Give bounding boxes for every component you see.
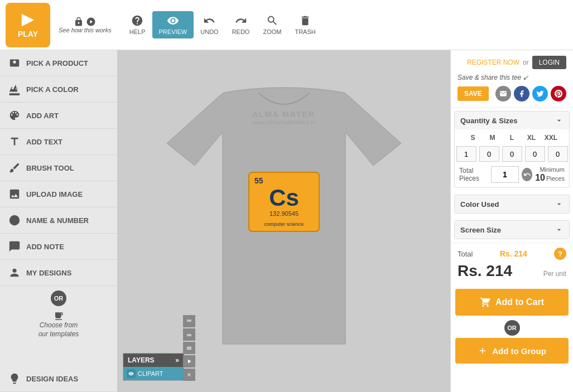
zoom-button[interactable]: ZOOM	[256, 11, 288, 38]
design-ideas-label: DESIGN IDEAS	[26, 375, 78, 383]
sidebar-my-designs-label: MY DESIGNS	[26, 269, 71, 277]
size-xxl-input[interactable]	[548, 146, 568, 162]
pieces-label: Pieces	[546, 175, 565, 182]
svg-text:Cs: Cs	[269, 185, 299, 211]
pinterest-share-button[interactable]	[551, 86, 566, 101]
choose-templates-label: Choose from our templates	[38, 321, 79, 338]
sidebar-item-my-designs[interactable]: MY DESIGNS	[0, 260, 117, 286]
trash-label: TRASH	[295, 28, 315, 35]
size-l-input[interactable]	[502, 146, 522, 162]
or-badge-2: OR	[504, 320, 520, 336]
help-label: HELP	[129, 28, 146, 35]
twitter-share-button[interactable]	[532, 86, 548, 101]
register-now-button[interactable]: REGISTER NOW	[467, 59, 519, 66]
svg-rect-13	[187, 348, 191, 349]
right-panel: REGISTER NOW or LOGIN Save & share this …	[450, 50, 573, 392]
facebook-share-button[interactable]	[514, 86, 529, 101]
minimum-label: Minimum	[535, 166, 565, 173]
svg-rect-12	[187, 347, 191, 347]
add-to-cart-button[interactable]: Add to Cart	[455, 289, 569, 316]
layers-panel: LAYERS » CLIPART	[123, 353, 184, 381]
canvas-area[interactable]: ALMA MATER www.almamaterstore.in 55 Cs 1…	[117, 50, 450, 392]
size-s-label: S	[465, 134, 481, 142]
svg-text:computer science: computer science	[264, 221, 304, 227]
login-button[interactable]: LOGIN	[532, 56, 566, 69]
screen-size-header[interactable]: Screen Size	[455, 221, 569, 239]
sidebar-item-pick-color[interactable]: PICK A COLOR	[0, 76, 117, 103]
color-used-header[interactable]: Color Used	[455, 195, 569, 213]
play-button[interactable]: PLAY	[6, 3, 50, 47]
undo-button[interactable]: UNDO	[194, 11, 225, 38]
design-clipart[interactable]: 55 Cs 132.90545 computer science	[248, 171, 320, 233]
svg-rect-10	[187, 335, 191, 335]
quantity-sizes-header[interactable]: Quantity & Sizes	[455, 112, 569, 129]
total-pieces-row: Total Pieces Minimum 10 Pieces	[459, 166, 565, 183]
sidebar-item-upload-image[interactable]: UPLOAD IMAGE	[0, 181, 117, 207]
sidebar-name-number-label: NAME & NUMBER	[26, 216, 89, 225]
layer-ctrl-2[interactable]	[183, 328, 195, 341]
price-display: Rs. 214	[458, 262, 512, 280]
sidebar-item-pick-product[interactable]: PICK A PRODUCT	[0, 50, 117, 76]
total-label-row: Total Rs. 214 ?	[458, 248, 566, 260]
size-s-input[interactable]	[456, 146, 476, 162]
redo-button[interactable]: REDO	[225, 11, 257, 38]
layer-ctrl-1[interactable]	[183, 315, 195, 327]
layer-row-clipart[interactable]: CLIPART	[123, 367, 184, 380]
layer-ctrl-3[interactable]	[183, 342, 195, 354]
screen-size-section: Screen Size	[454, 220, 570, 239]
color-used-label: Color Used	[460, 200, 499, 209]
how-it-works-button[interactable]: See how this works	[59, 17, 112, 33]
total-pieces-input[interactable]	[491, 166, 519, 183]
reset-total-button[interactable]	[522, 168, 532, 181]
trash-button[interactable]: TRASH	[288, 11, 322, 38]
left-sidebar: PICK A PRODUCT PICK A COLOR ADD ART ADD …	[0, 50, 117, 392]
size-l-label: L	[504, 134, 521, 142]
preview-button[interactable]: PREVIEW	[152, 11, 194, 38]
total-pieces-label: Total Pieces	[459, 167, 488, 182]
help-button[interactable]: HELP	[123, 11, 152, 38]
sidebar-pick-color-label: PICK A COLOR	[26, 85, 79, 94]
save-button[interactable]: SAVE	[458, 86, 489, 101]
pricing-section: Total Rs. 214 ? Rs. 214 Per unit	[451, 243, 573, 284]
choose-templates-button[interactable]: Choose from our templates	[0, 308, 117, 343]
size-m-input[interactable]	[479, 146, 499, 162]
sidebar-item-add-art[interactable]: ADD ART	[0, 103, 117, 129]
layers-header[interactable]: LAYERS »	[123, 354, 184, 367]
or-text: or	[523, 59, 529, 66]
sidebar-item-add-text[interactable]: ADD TEXT	[0, 129, 117, 155]
sidebar-item-brush-tool[interactable]: BRUSH TOOL	[0, 155, 117, 181]
tshirt-container: ALMA MATER www.almamaterstore.in 55 Cs 1…	[161, 76, 407, 366]
preview-label: PREVIEW	[159, 28, 187, 35]
undo-label: UNDO	[200, 28, 218, 35]
size-xl-input[interactable]	[525, 146, 545, 162]
layer-controls	[183, 315, 195, 381]
layer-visibility-icon[interactable]	[127, 369, 136, 378]
layers-title: LAYERS	[128, 356, 155, 364]
total-amount: Rs. 214	[500, 249, 527, 258]
or-divider: OR	[0, 286, 117, 308]
quantity-sizes-label: Quantity & Sizes	[460, 117, 518, 125]
add-to-group-button[interactable]: Add to Group	[455, 338, 569, 364]
help-icon[interactable]: ?	[554, 248, 566, 260]
sidebar-pick-product-label: PICK A PRODUCT	[26, 59, 88, 67]
add-to-group-label: Add to Group	[492, 346, 546, 356]
sidebar-add-text-label: ADD TEXT	[26, 138, 62, 146]
top-bar: PLAY See how this works HELP PREVIEW UND…	[0, 0, 573, 50]
email-share-button[interactable]	[495, 86, 511, 101]
minimum-value: 10	[535, 173, 545, 183]
svg-rect-8	[187, 321, 191, 322]
sidebar-item-add-note[interactable]: ADD NOTE	[0, 234, 117, 260]
layer-clipart-label: CLIPART	[138, 370, 163, 377]
layer-ctrl-4[interactable]	[183, 355, 195, 367]
sidebar-item-design-ideas[interactable]: DESIGN IDEAS	[0, 366, 117, 392]
svg-rect-11	[187, 336, 191, 336]
right-top: REGISTER NOW or LOGIN Save & share this …	[451, 50, 573, 108]
sidebar-item-name-number[interactable]: 03 NAME & NUMBER	[0, 207, 117, 234]
how-it-works-label: See how this works	[59, 27, 112, 33]
main-content: PICK A PRODUCT PICK A COLOR ADD ART ADD …	[0, 50, 573, 392]
sidebar-add-note-label: ADD NOTE	[26, 243, 64, 251]
share-row: Save & share this tee ↙	[458, 74, 566, 81]
sidebar-upload-image-label: UPLOAD IMAGE	[26, 190, 83, 199]
size-labels-row: S M L XL XXL	[459, 134, 565, 142]
layer-ctrl-5[interactable]	[183, 369, 195, 381]
